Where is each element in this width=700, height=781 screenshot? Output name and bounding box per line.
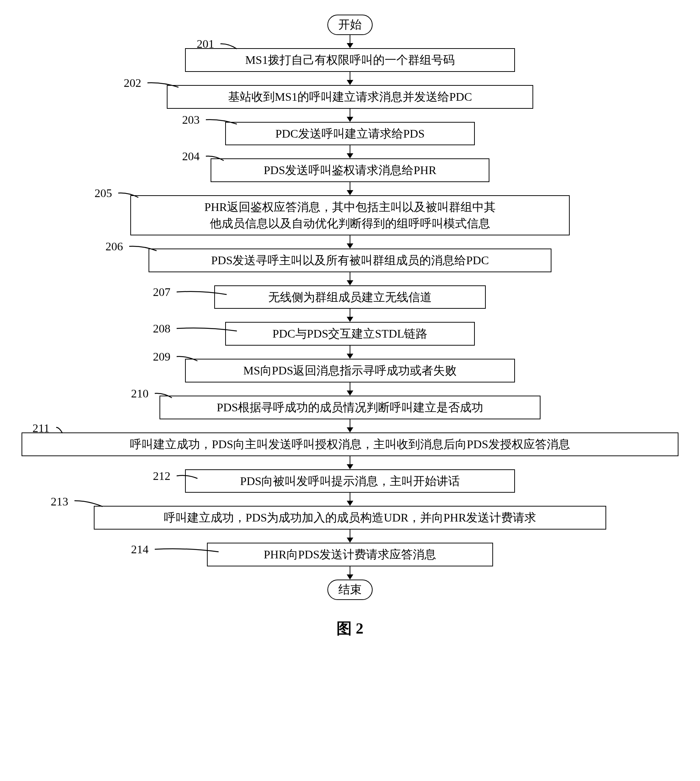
step-number: 213 [51,495,68,508]
arrow-icon [347,72,353,85]
arrow-icon [347,493,353,506]
step-row: 214PHR向PDS发送计费请求应答消息 [22,543,678,566]
step-box: PDS根据寻呼成功的成员情况判断呼叫建立是否成功 [160,396,540,419]
step-number: 207 [153,285,170,299]
arrow-icon [347,309,353,322]
step-box: 呼叫建立成功，PDS为成功加入的成员构造UDR，并向PHR发送计费请求 [94,506,606,530]
terminal-start: 开始 [327,15,373,35]
arrow-icon [347,235,353,248]
step-box: PHR返回鉴权应答消息，其中包括主叫以及被叫群组中其他成员信息以及自动优化判断得… [130,195,570,235]
step-box: PDC发送呼叫建立请求给PDS [225,122,475,146]
terminal-end: 结束 [327,580,373,600]
step-row: 208PDC与PDS交互建立STDL链路 [22,322,678,346]
step-row: 207无线侧为群组成员建立无线信道 [22,285,678,309]
flowchart: 开始 201MS1拨打自己有权限呼叫的一个群组号码202基站收到MS1的呼叫建立… [40,15,660,600]
step-row: 203PDC发送呼叫建立请求给PDS [22,122,678,146]
step-row: 206PDS发送寻呼主叫以及所有被叫群组成员的消息给PDC [22,248,678,272]
arrow-icon [347,182,353,195]
step-box: PDS向被叫发呼叫提示消息，主叫开始讲话 [185,469,515,493]
step-box: 基站收到MS1的呼叫建立请求消息并发送给PDC [167,85,533,109]
step-row: 202基站收到MS1的呼叫建立请求消息并发送给PDC [22,85,678,109]
step-number: 202 [124,76,141,90]
step-number: 204 [182,150,200,163]
step-row: 201MS1拨打自己有权限呼叫的一个群组号码 [22,48,678,72]
arrow-icon [347,383,353,396]
step-number: 206 [105,240,123,253]
step-row: 210PDS根据寻呼成功的成员情况判断呼叫建立是否成功 [22,396,678,419]
step-box: 呼叫建立成功，PDS向主叫发送呼叫授权消息，主叫收到消息后向PDS发授权应答消息 [22,433,678,456]
arrow-icon [347,530,353,543]
step-number: 205 [95,187,112,200]
arrow-icon [347,109,353,122]
step-box: PHR向PDS发送计费请求应答消息 [207,543,493,566]
step-number: 210 [131,387,148,400]
step-number: 214 [131,543,148,556]
step-row: 204PDS发送呼叫鉴权请求消息给PHR [22,158,678,182]
step-number: 209 [153,350,170,363]
arrow-icon [347,145,353,158]
step-box: MS1拨打自己有权限呼叫的一个群组号码 [185,48,515,72]
step-box: PDC与PDS交互建立STDL链路 [225,322,475,346]
step-number: 208 [153,322,170,335]
arrow-icon [347,456,353,469]
step-box: PDS发送呼叫鉴权请求消息给PHR [211,158,489,182]
figure-caption: 图 2 [337,618,363,639]
step-row: 212PDS向被叫发呼叫提示消息，主叫开始讲话 [22,469,678,493]
step-number: 201 [197,37,214,51]
step-box: MS向PDS返回消息指示寻呼成功或者失败 [185,359,515,383]
arrow-icon [347,566,353,580]
step-row: 213呼叫建立成功，PDS为成功加入的成员构造UDR，并向PHR发送计费请求 [22,506,678,530]
step-row: 209MS向PDS返回消息指示寻呼成功或者失败 [22,359,678,383]
arrow-icon [347,272,353,285]
arrow-icon [347,346,353,359]
step-row: 211呼叫建立成功，PDS向主叫发送呼叫授权消息，主叫收到消息后向PDS发授权应… [22,433,678,456]
step-box: PDS发送寻呼主叫以及所有被叫群组成员的消息给PDC [148,248,552,272]
step-box: 无线侧为群组成员建立无线信道 [214,285,486,309]
step-number: 212 [153,469,170,483]
step-number: 203 [182,113,200,127]
arrow-icon [347,419,353,433]
arrow-icon [347,35,353,48]
step-row: 205PHR返回鉴权应答消息，其中包括主叫以及被叫群组中其他成员信息以及自动优化… [22,195,678,235]
step-number: 211 [32,421,50,435]
